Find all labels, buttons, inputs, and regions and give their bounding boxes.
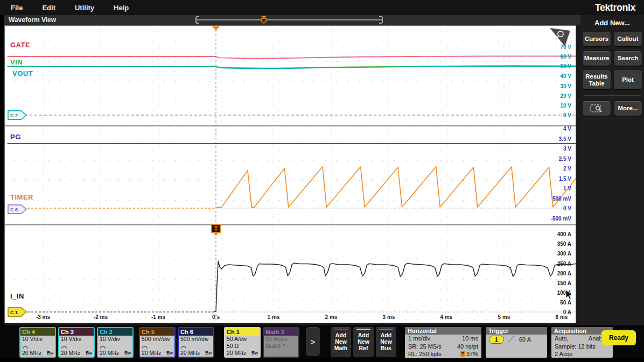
time-tick-label: -2 ms: [94, 314, 108, 320]
channel-badge-ch3[interactable]: Ch 310 V/div20 MHzBw: [58, 327, 95, 358]
menu-items: FileEditUtilityHelp: [0, 4, 129, 12]
menu-item-edit[interactable]: Edit: [42, 4, 55, 12]
axis-label-current: 150 A: [557, 280, 571, 286]
axis-label-current: 200 A: [557, 270, 571, 276]
horizontal-row: 1 ms/div10 ms: [405, 335, 481, 343]
channel-badge-ch6[interactable]: Ch 6500 mV/div20 MHzBw: [178, 327, 214, 358]
time-tick-label: -3 ms: [36, 314, 50, 320]
trace-label-i_in: I_IN: [10, 292, 24, 300]
bandwidth-limit-icon: Bw: [124, 350, 131, 357]
axis-label-voltage-low: 4 V: [563, 126, 571, 132]
results-table-button[interactable]: Results Table: [583, 70, 611, 89]
add-new-math-button[interactable]: AddNewMath: [331, 327, 351, 357]
expand-badges-button[interactable]: >: [306, 327, 320, 356]
channel-name: Ch 4: [20, 328, 55, 336]
trigger-position-icon: T: [460, 351, 465, 357]
channel-name: Ch 2: [98, 328, 132, 336]
trace-timer: [216, 167, 576, 208]
probe-icon: [142, 344, 148, 349]
add-new-bus-button[interactable]: AddNewBus: [376, 327, 396, 357]
channel-detail: [59, 343, 94, 350]
channel-badge-ch4[interactable]: Ch 410 V/div20 MHzBw: [19, 327, 56, 358]
trace-vout: [8, 66, 576, 68]
axis-label-voltage-high: 10 V: [560, 102, 571, 108]
minimap-trigger-pin-icon[interactable]: [262, 18, 266, 23]
channel-detail: 50 Ω: [225, 343, 260, 350]
zoom-select-button[interactable]: [583, 101, 611, 116]
tektronix-logo: Tektronix: [595, 2, 635, 13]
measure-button[interactable]: Measure: [583, 51, 611, 66]
time-tick-label: 5 ms: [498, 314, 510, 320]
menu-item-help[interactable]: Help: [114, 4, 129, 12]
cursors-button[interactable]: Cursors: [583, 32, 611, 46]
svg-text:C 1: C 1: [10, 310, 18, 315]
zoom-select-icon: [590, 104, 604, 113]
channel-name: Ch 3: [59, 328, 94, 336]
channel-name: Math 2: [264, 328, 298, 336]
trigger-panel[interactable]: Trigger 1 60 A: [486, 327, 547, 358]
time-tick-label: 0 s: [212, 314, 220, 320]
menu-item-file[interactable]: File: [11, 4, 23, 12]
menu-item-utility[interactable]: Utility: [75, 4, 94, 12]
waveform-title-bar: Waveform View: [4, 15, 580, 25]
channel-badge-math2[interactable]: Math 220 W/divMath1 * ...: [263, 327, 299, 358]
trace-label-pg: PG: [10, 133, 21, 141]
axis-label-voltage-high: 50 V: [560, 63, 571, 69]
add-new-source-buttons: AddNewMathAddNewRefAddNewBus: [331, 327, 396, 357]
channel-bandwidth: [264, 350, 298, 357]
acquisition-mode: Auto,: [555, 335, 569, 343]
add-new-buttons: CursorsCalloutMeasureSearchResults Table…: [580, 32, 644, 89]
zoom-corner-widget[interactable]: [549, 27, 572, 49]
add-new-sidebar: Add New... CursorsCalloutMeasureSearchRe…: [580, 15, 644, 325]
channel-bandwidth: 20 MHzBw: [225, 350, 260, 357]
trigger-level-badge[interactable]: T: [212, 224, 220, 236]
trigger-level: 60 A: [519, 336, 531, 344]
trace-i_in: [214, 261, 576, 311]
channel-badge-ch1[interactable]: Ch 150 A/div50 Ω20 MHzBw: [224, 327, 261, 358]
axis-label-voltage-high: 0 V: [563, 112, 571, 118]
axis-label-voltage-high: 30 V: [560, 83, 571, 89]
time-tick-label: -1 ms: [151, 314, 165, 320]
channel-badge-ch2[interactable]: Ch 210 V/div20 MHzBw: [97, 327, 134, 358]
bottom-bar: Ch 410 V/div20 MHzBwCh 310 V/div20 MHzBw…: [0, 325, 644, 359]
magnifier-handle-icon: [555, 36, 558, 40]
channel-marker-c1[interactable]: C 1: [8, 308, 26, 316]
axis-label-current: 50 A: [560, 299, 571, 305]
waveform-plot[interactable]: TC 2C 6C 1 70 V60 V50 V40 V30 V20 V10 V0…: [4, 25, 576, 323]
bandwidth-limit-icon: Bw: [47, 350, 53, 357]
plot-button[interactable]: Plot: [614, 70, 642, 89]
horizontal-panel[interactable]: Horizontal 1 ms/div10 msSR: 25 MS/s40 ns…: [405, 327, 481, 358]
time-tick-label: 4 ms: [440, 314, 453, 320]
probe-icon: [61, 344, 67, 349]
trace-label-timer: TIMER: [10, 193, 33, 201]
acquisition-acqs: 2 Acqs: [555, 350, 572, 358]
bandwidth-limit-icon: Bw: [86, 350, 92, 357]
axis-label-voltage-low: 500 mV: [552, 195, 571, 201]
trigger-position-arrow-icon[interactable]: [212, 26, 220, 31]
add-new-ref-button[interactable]: AddNewRef: [353, 327, 374, 357]
axis-label-voltage-high: 60 V: [560, 54, 571, 60]
probe-icon: [100, 344, 106, 349]
channel-badges: Ch 410 V/div20 MHzBwCh 310 V/div20 MHzBw…: [19, 327, 299, 358]
channel-scale: 500 mV/div: [179, 336, 213, 343]
ready-status-button[interactable]: Ready: [601, 330, 636, 345]
time-tick-label: 6 ms: [556, 314, 568, 320]
channel-detail: [179, 343, 213, 350]
channel-name: Ch 5: [140, 328, 174, 336]
channel-scale: 10 V/div: [98, 336, 132, 343]
channel-marker-c6[interactable]: C 6: [8, 205, 26, 214]
channel-bandwidth: 20 MHzBw: [179, 350, 213, 357]
channel-bandwidth: 20 MHzBw: [140, 350, 174, 357]
axis-label-current: 300 A: [557, 251, 571, 257]
channel-badge-ch5[interactable]: Ch 5500 mV/div20 MHzBw: [139, 327, 176, 358]
add-new-heading: Add New...: [580, 15, 644, 27]
callout-button[interactable]: Callout: [614, 32, 642, 46]
axis-label-voltage-low: 3 V: [563, 146, 571, 152]
sidebar-divider: [584, 95, 641, 96]
horizontal-minimap[interactable]: [194, 16, 384, 24]
channel-detail: Math1 * ...: [264, 343, 298, 350]
channel-marker-c2[interactable]: C 2: [8, 111, 26, 119]
search-button[interactable]: Search: [614, 51, 642, 66]
axis-label-voltage-low: 0 V: [563, 205, 571, 211]
more-button[interactable]: More...: [614, 101, 642, 116]
